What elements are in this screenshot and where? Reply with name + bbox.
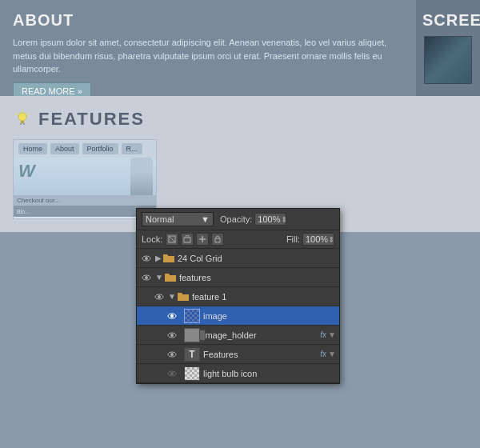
svg-line-8 [169,236,175,242]
blend-mode-select[interactable]: Normal ▼ [142,212,214,226]
features-header: FEATURES [13,109,467,130]
fill-section: Fill: 100% ⬍ [286,233,334,246]
svg-point-26 [170,372,174,375]
layer-row-24-col-grid[interactable]: ▶ 24 Col Grid [137,249,339,268]
layer-name-24-col: 24 Col Grid [178,254,336,263]
blend-mode-arrow: ▼ [201,214,210,224]
layer-row-image-holder[interactable]: image_holder fx ▼ [137,326,339,345]
layer-row-features-text[interactable]: T Features fx ▼ [137,345,339,364]
preview-content: W Checkout our... [14,158,156,206]
lock-icons [166,233,286,246]
nav-portfolio: Portfolio [82,143,118,154]
svg-rect-1 [21,121,24,123]
lock-position-icon[interactable] [196,233,209,246]
features-area: FEATURES Home About Portfolio R... W Che… [0,96,480,232]
preview-nav: Home About Portfolio R... [14,140,156,158]
svg-line-6 [28,114,30,114]
screen-section: SCREE [416,0,480,96]
svg-line-5 [15,114,17,114]
preview-bottom-text: Checkout our... [14,195,156,206]
nav-about: About [50,143,79,154]
lock-label: Lock: [142,234,162,244]
svg-rect-9 [184,238,190,242]
about-title: ABOUT [13,11,403,30]
layers-panel: Normal ▼ Opacity: 100% ⬍ Lock: [136,208,340,384]
opacity-spinner[interactable]: ⬍ [281,215,287,224]
bulb-icon [13,110,32,129]
layer-row-feature-1[interactable]: ▼ feature 1 [137,287,339,306]
arrow-24-col: ▶ [155,254,162,262]
about-text: Lorem ipsum dolor sit amet, consectetur … [13,36,403,76]
layer-name-feature-1: feature 1 [192,292,336,302]
svg-point-20 [170,314,174,318]
opacity-value: 100% [258,214,280,224]
top-banner: ABOUT Lorem ipsum dolor sit amet, consec… [0,0,480,96]
folder-icon-feature-1 [178,291,189,302]
fill-value: 100% [306,234,328,244]
eye-icon-features-text[interactable] [166,348,178,361]
eye-icon-image-holder[interactable] [166,329,178,342]
layers-list: ▶ 24 Col Grid ▼ features [137,249,339,383]
read-more-button[interactable]: READ MORE » [13,82,91,97]
about-section: ABOUT Lorem ipsum dolor sit amet, consec… [0,0,416,96]
arrow-feature-1: ▼ [168,292,176,301]
layers-lock-bar: Lock: Fill: 100% ⬍ [137,230,339,249]
fx-icon-features-text: fx [320,350,326,358]
svg-point-22 [170,334,174,337]
features-title: FEATURES [38,109,145,130]
preview-hero-text: W [18,161,35,182]
nav-home: Home [18,143,47,154]
layer-thumb-light-bulb [184,366,200,381]
opacity-input[interactable]: 100% ⬍ [254,213,286,226]
eye-icon-features[interactable] [140,271,153,284]
svg-point-16 [145,276,148,279]
layer-name-features-text: Features [203,350,318,359]
expand-icon-features-text[interactable]: ▼ [328,350,336,358]
fill-label: Fill: [286,234,300,244]
opacity-section: Opacity: 100% ⬍ [220,213,286,226]
nav-r: R... [122,143,142,154]
layer-thumb-image-holder [184,328,200,342]
svg-point-24 [170,353,174,356]
arrow-features: ▼ [155,273,163,282]
screen-title: SCREE [422,11,480,30]
layer-row-features[interactable]: ▼ features [137,268,339,287]
layer-thumb-image [184,309,200,323]
preview-footer-text: Blo... [17,209,30,214]
blend-mode-value: Normal [146,214,174,224]
expand-icon-image-holder[interactable]: ▼ [328,330,336,339]
eye-icon-24-col[interactable] [140,252,153,265]
layer-name-features: features [179,273,336,282]
svg-point-0 [18,113,26,121]
layer-name-image: image [203,311,336,321]
lock-image-icon[interactable] [181,233,194,246]
fx-icon-image-holder: fx [320,330,326,339]
screen-inner [425,37,471,83]
layers-top-bar: Normal ▼ Opacity: 100% ⬍ [137,209,339,230]
layer-thumb-features-text: T [184,347,200,362]
layer-row-light-bulb[interactable]: light bulb icon [137,364,339,383]
lock-all-icon[interactable] [211,233,224,246]
opacity-label: Opacity: [220,214,252,224]
layer-name-light-bulb: light bulb icon [203,369,336,378]
svg-point-18 [158,295,161,298]
fill-spinner[interactable]: ⬍ [328,235,334,244]
fill-input[interactable]: 100% ⬍ [302,233,334,246]
features-preview: Home About Portfolio R... W Checkout our… [13,139,157,219]
screen-preview [424,36,472,84]
folder-icon-24-col [163,253,174,264]
svg-rect-12 [215,238,220,242]
layer-name-image-holder: image_holder [203,330,318,340]
eye-icon-image[interactable] [166,310,178,322]
folder-icon-features [165,272,176,283]
svg-point-14 [145,257,148,260]
lock-transparent-icon[interactable] [166,233,178,246]
eye-icon-feature-1[interactable] [153,290,166,303]
eye-icon-light-bulb[interactable] [166,367,178,380]
preview-footer: Blo... [14,206,156,217]
layer-row-image[interactable]: image [137,306,339,326]
